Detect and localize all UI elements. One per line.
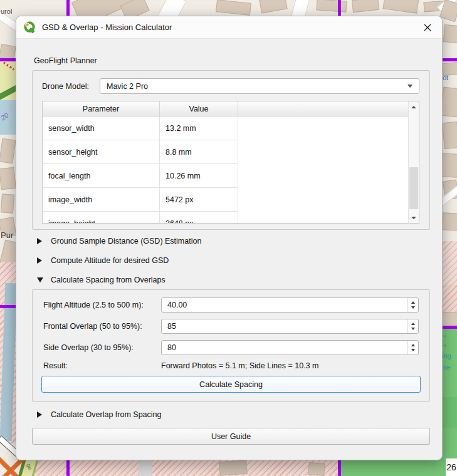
flight-altitude-spinbox[interactable]: 40.00 xyxy=(161,298,419,313)
map-poi-label: ot xyxy=(443,74,448,81)
drone-groupbox: Drone Model: Mavic 2 Pro Parameter Value… xyxy=(32,70,430,230)
parameter-table: Parameter Value sensor_width 13.2 mm sen… xyxy=(42,101,419,224)
column-header-parameter[interactable]: Parameter xyxy=(43,101,160,116)
drone-model-row: Drone Model: Mavic 2 Pro xyxy=(42,78,419,94)
dialog-gsd-overlap: GSD & Overlap - Mission Calculator GeoFl… xyxy=(16,16,443,460)
spin-down-button[interactable] xyxy=(408,326,418,331)
cell-parameter[interactable]: image_height xyxy=(43,212,160,224)
frontal-overlap-spinbox[interactable]: 85 xyxy=(161,319,419,334)
table-row[interactable]: image_width 5472 px xyxy=(43,188,419,212)
table-row[interactable]: image_height 3648 px xyxy=(43,212,419,224)
user-guide-button[interactable]: User Guide xyxy=(32,428,430,445)
result-label: Result: xyxy=(43,361,161,370)
qgis-logo-icon xyxy=(23,21,36,34)
section-compute-altitude[interactable]: Compute Altitude for desired GSD xyxy=(37,254,430,267)
flight-altitude-value[interactable]: 40.00 xyxy=(162,298,407,312)
spin-up-button[interactable] xyxy=(408,343,418,348)
map-building xyxy=(0,167,16,190)
table-scrollbar[interactable] xyxy=(408,101,419,223)
dialog-body: GeoFlight Planner Drone Model: Mavic 2 P… xyxy=(16,39,442,445)
side-overlap-row: Side Overlap (30 to 95%): 80 xyxy=(43,340,419,355)
column-header-value[interactable]: Value xyxy=(160,101,238,116)
collapsed-arrow-icon xyxy=(37,257,51,264)
spin-down-button[interactable] xyxy=(408,348,418,353)
result-value: Forward Photos = 5.1 m; Side Lines = 10.… xyxy=(161,361,319,370)
side-overlap-spinbox[interactable]: 80 xyxy=(161,340,419,355)
map-poi-label: se xyxy=(443,363,451,371)
side-overlap-label: Side Overlap (30 to 95%): xyxy=(43,343,161,352)
cell-parameter[interactable]: sensor_width xyxy=(43,116,160,140)
map-building xyxy=(316,0,347,13)
map-building xyxy=(442,212,457,230)
admin-boundary-line xyxy=(338,460,341,476)
collapsed-arrow-icon xyxy=(37,411,51,418)
section-gsd-estimation[interactable]: Ground Sample Distance (GSD) Estimation xyxy=(37,234,430,248)
scrollbar-thumb[interactable] xyxy=(409,167,418,209)
plugin-title: GeoFlight Planner xyxy=(34,56,430,66)
map-street-label: Pur xyxy=(1,230,13,240)
section-calculate-overlap[interactable]: Calculate Overlap from Spacing xyxy=(37,408,430,422)
map-ref-label: 26 xyxy=(446,462,456,472)
map-street-label: urol xyxy=(1,8,12,15)
cell-value[interactable]: 3648 px xyxy=(160,212,238,224)
map-building xyxy=(442,312,457,327)
map-building xyxy=(441,153,457,178)
dialog-titlebar[interactable]: GSD & Overlap - Mission Calculator xyxy=(16,16,442,39)
frontal-overlap-value[interactable]: 85 xyxy=(162,319,407,333)
calculate-spacing-button[interactable]: Calculate Spacing xyxy=(41,376,421,393)
map-building xyxy=(259,0,287,13)
map-building xyxy=(308,462,325,476)
spin-up-button[interactable] xyxy=(408,300,418,305)
spin-buttons xyxy=(407,341,418,354)
cell-parameter[interactable]: image_width xyxy=(43,188,160,212)
cell-parameter[interactable]: sensor_height xyxy=(43,140,160,164)
spin-up-button[interactable] xyxy=(408,321,418,326)
dialog-title: GSD & Overlap - Mission Calculator xyxy=(42,23,423,32)
map-road-gray xyxy=(139,460,152,476)
section-label: Ground Sample Distance (GSD) Estimation xyxy=(51,237,201,246)
scroll-up-button[interactable] xyxy=(409,101,419,112)
table-row[interactable]: sensor_width 13.2 mm xyxy=(43,116,419,140)
map-ref-box: 26 xyxy=(446,458,457,476)
map-building xyxy=(443,24,457,43)
flight-altitude-label: Flight Altitude (2.5 to 500 m): xyxy=(43,301,161,309)
result-row: Result: Forward Photos = 5.1 m; Side Lin… xyxy=(43,361,419,370)
admin-boundary-line xyxy=(441,326,457,329)
cell-value[interactable]: 13.2 mm xyxy=(160,116,238,140)
frontal-overlap-label: Frontal Overlap (50 to 95%): xyxy=(43,322,161,331)
drone-model-value: Mavic 2 Pro xyxy=(107,82,148,91)
section-label: Calculate Spacing from Overlaps xyxy=(51,276,165,284)
side-overlap-value[interactable]: 80 xyxy=(162,341,407,354)
table-row[interactable]: focal_length 10.26 mm xyxy=(43,164,419,188)
table-header: Parameter Value xyxy=(43,101,419,116)
table-row[interactable]: sensor_height 8.8 mm xyxy=(43,140,419,164)
cell-parameter[interactable]: focal_length xyxy=(43,164,160,188)
frontal-overlap-row: Frontal Overlap (50 to 95%): 85 xyxy=(43,319,419,334)
spacing-groupbox: Flight Altitude (2.5 to 500 m): 40.00 Fr… xyxy=(32,289,430,402)
map-building xyxy=(219,460,247,475)
spin-down-button[interactable] xyxy=(408,305,418,310)
cell-value[interactable]: 10.26 mm xyxy=(160,164,238,188)
section-calculate-spacing[interactable]: Calculate Spacing from Overlaps xyxy=(37,273,430,287)
map-building xyxy=(352,0,379,13)
section-label: Calculate Overlap from Spacing xyxy=(51,410,161,419)
scroll-down-button[interactable] xyxy=(409,212,419,223)
chevron-down-icon xyxy=(407,85,412,88)
map-building xyxy=(216,0,251,16)
cell-value[interactable]: 8.8 mm xyxy=(160,140,238,164)
map-restricted-area xyxy=(34,460,342,476)
column-header-filler xyxy=(238,101,419,116)
screen: urol 20 Pur ge xyxy=(0,0,457,476)
drone-model-combobox[interactable]: Mavic 2 Pro xyxy=(100,78,419,94)
close-button[interactable] xyxy=(423,23,433,33)
map-poi-label: ing xyxy=(442,352,451,360)
spin-buttons xyxy=(407,319,418,333)
collapsed-arrow-icon xyxy=(37,238,51,244)
flight-altitude-row: Flight Altitude (2.5 to 500 m): 40.00 xyxy=(43,298,419,313)
map-grass-dark xyxy=(441,397,457,428)
admin-boundary-line xyxy=(0,305,16,308)
admin-boundary-line xyxy=(66,460,70,476)
expanded-arrow-icon xyxy=(37,277,51,282)
section-label: Compute Altitude for desired GSD xyxy=(51,256,169,265)
cell-value[interactable]: 5472 px xyxy=(160,188,238,212)
